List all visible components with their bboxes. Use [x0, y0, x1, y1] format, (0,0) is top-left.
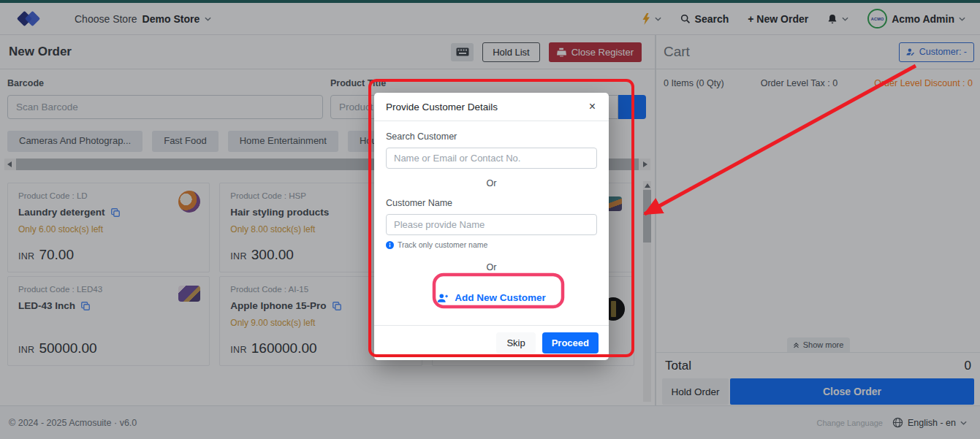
customer-name-label: Customer Name: [386, 198, 597, 208]
add-new-customer-button[interactable]: Add New Customer: [428, 286, 555, 309]
or-divider: Or: [386, 262, 597, 272]
search-customer-input[interactable]: [386, 148, 597, 169]
customer-name-input[interactable]: [386, 214, 597, 235]
provide-customer-details-modal: Provide Customer Details × Search Custom…: [374, 93, 609, 360]
skip-button[interactable]: Skip: [496, 332, 535, 354]
close-icon[interactable]: ×: [588, 101, 597, 112]
pos-app: Choose Store Demo Store Search + New Ord…: [0, 0, 980, 439]
proceed-button[interactable]: Proceed: [542, 332, 599, 354]
person-plus-icon: [437, 293, 449, 303]
modal-title: Provide Customer Details: [386, 102, 498, 112]
customer-name-hint: Track only customer name: [398, 240, 487, 249]
search-customer-label: Search Customer: [386, 131, 597, 142]
or-divider: Or: [386, 178, 597, 188]
add-new-customer-label: Add New Customer: [455, 292, 546, 303]
info-icon: [386, 241, 394, 249]
